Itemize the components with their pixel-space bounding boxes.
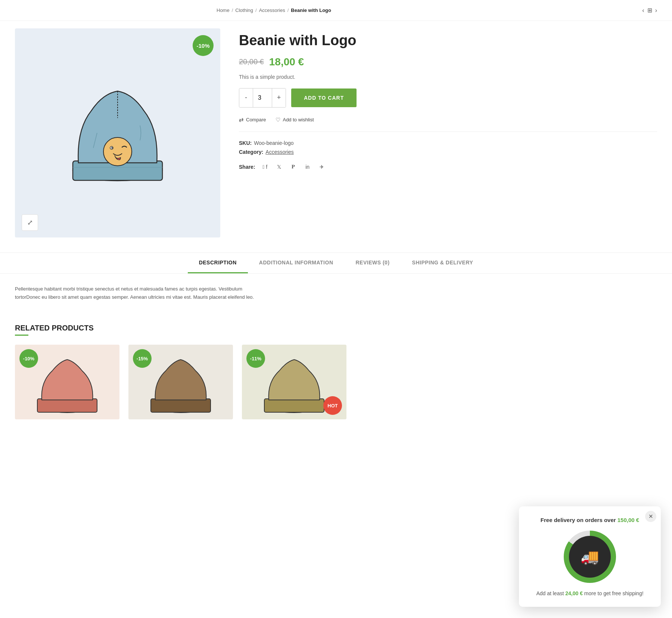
tab-additional-info[interactable]: ADDITIONAL INFORMATION — [248, 253, 345, 273]
linkedin-share-icon[interactable]: in — [302, 162, 313, 172]
related-product-2[interactable]: -15% — [128, 345, 233, 419]
heart-icon: ♡ — [276, 117, 280, 123]
tabs-nav: DESCRIPTION ADDITIONAL INFORMATION REVIE… — [0, 253, 672, 274]
svg-point-5 — [111, 147, 113, 149]
share-row: Share:  f 𝕏 𝐏 in ✈ — [239, 162, 657, 172]
add-to-cart-button[interactable]: ADD TO CART — [291, 88, 357, 107]
breadcrumb-nav-controls: ‹ ⊞ › — [642, 7, 657, 14]
quantity-increase-button[interactable]: + — [272, 88, 286, 107]
next-product-icon[interactable]: › — [655, 7, 657, 14]
grid-view-icon[interactable]: ⊞ — [647, 7, 652, 14]
sku-value: Woo-beanie-logo — [254, 140, 293, 146]
telegram-share-icon[interactable]: ✈ — [317, 162, 327, 172]
product-section: -10% — [0, 21, 672, 245]
category-label: Category: — [239, 149, 263, 155]
compare-label: Compare — [246, 117, 266, 122]
svg-rect-9 — [37, 399, 97, 412]
related-product-3-badge: -11% — [246, 349, 265, 368]
breadcrumb-path: Home / Clothing / Accessories / Beanie w… — [217, 7, 331, 13]
breadcrumb-home[interactable]: Home — [217, 7, 230, 13]
product-title: Beanie with Logo — [239, 32, 657, 49]
related-products-title: RELATED PRODUCTS — [15, 324, 657, 332]
breadcrumb-accessories[interactable]: Accessories — [259, 7, 285, 13]
product-image — [58, 73, 177, 193]
breadcrumb-sep1: / — [232, 7, 233, 13]
wishlist-label: Add to wishlist — [283, 117, 314, 122]
breadcrumb-sep3: / — [287, 7, 289, 13]
tab-content-description: Pellentesque habitant morbi tristique se… — [0, 274, 284, 313]
related-title-underline — [15, 335, 28, 336]
related-product-2-badge: -15% — [133, 349, 152, 368]
compare-icon: ⇄ — [239, 117, 244, 123]
quantity-control: - + — [239, 88, 286, 108]
product-price-row: 20,00 € 18,00 € — [239, 56, 657, 68]
product-description: This is a simple product. — [239, 74, 657, 80]
breadcrumb-current: Beanie with Logo — [291, 7, 331, 13]
share-icons:  f 𝕏 𝐏 in ✈ — [260, 162, 327, 172]
svg-point-3 — [103, 137, 132, 166]
product-discount-badge: -10% — [193, 35, 214, 56]
category-value[interactable]: Accessories — [265, 149, 293, 155]
related-product-3[interactable]: -11% HOT — [242, 345, 346, 419]
tabs-section: DESCRIPTION ADDITIONAL INFORMATION REVIE… — [0, 252, 672, 313]
breadcrumb-clothing[interactable]: Clothing — [235, 7, 253, 13]
original-price: 20,00 € — [239, 58, 264, 66]
share-label: Share: — [239, 164, 255, 170]
breadcrumb: Home / Clothing / Accessories / Beanie w… — [0, 0, 672, 21]
pinterest-share-icon[interactable]: 𝐏 — [288, 162, 299, 172]
prev-product-icon[interactable]: ‹ — [642, 7, 644, 14]
twitter-share-icon[interactable]: 𝕏 — [274, 162, 284, 172]
product-actions-row: ⇄ Compare ♡ Add to wishlist — [239, 117, 657, 132]
related-product-3-hot-badge: HOT — [323, 396, 342, 415]
related-products-section: RELATED PRODUCTS -10% -15% -11% HOT — [0, 313, 672, 434]
quantity-decrease-button[interactable]: - — [239, 88, 253, 107]
related-product-1[interactable]: -10% — [15, 345, 119, 419]
product-image-container: -10% — [15, 28, 220, 237]
svg-rect-12 — [151, 399, 211, 412]
product-image-area — [15, 28, 220, 237]
tab-description[interactable]: DESCRIPTION — [188, 253, 248, 273]
category-row: Category: Accessories — [239, 149, 657, 155]
sale-price: 18,00 € — [269, 56, 304, 68]
expand-image-button[interactable]: ⤢ — [22, 214, 38, 231]
sku-row: SKU: Woo-beanie-logo — [239, 140, 657, 146]
svg-rect-15 — [264, 399, 324, 412]
product-meta: SKU: Woo-beanie-logo Category: Accessori… — [239, 140, 657, 155]
product-info-panel: Beanie with Logo 20,00 € 18,00 € This is… — [239, 28, 657, 237]
compare-link[interactable]: ⇄ Compare — [239, 117, 266, 123]
facebook-share-icon[interactable]:  f — [260, 162, 270, 172]
sku-label: SKU: — [239, 140, 252, 146]
quantity-cart-row: - + ADD TO CART — [239, 88, 657, 108]
tab-shipping[interactable]: SHIPPING & DELIVERY — [401, 253, 485, 273]
tab-reviews[interactable]: REVIEWS (0) — [345, 253, 401, 273]
related-product-1-badge: -10% — [19, 349, 38, 368]
breadcrumb-sep2: / — [255, 7, 257, 13]
quantity-input[interactable] — [253, 88, 272, 107]
related-products-grid: -10% -15% -11% HOT — [15, 345, 657, 419]
wishlist-link[interactable]: ♡ Add to wishlist — [276, 117, 314, 123]
